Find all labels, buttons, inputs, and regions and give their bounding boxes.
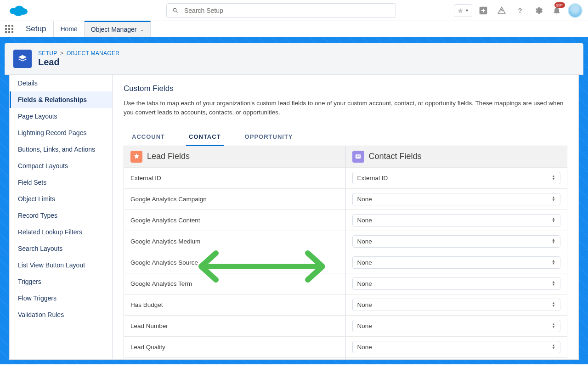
- global-search[interactable]: [166, 3, 396, 18]
- avatar[interactable]: [568, 3, 582, 18]
- contact-field-select[interactable]: External ID▲▼: [352, 172, 561, 184]
- sidebar-item[interactable]: Record Types: [10, 207, 112, 224]
- sidebar-item[interactable]: Triggers: [10, 273, 112, 290]
- mapping-row: Google Analytics TermNone▲▼: [124, 273, 567, 294]
- main-panel: Custom Fields Use the tabs to map each o…: [113, 75, 579, 360]
- sidebar-item[interactable]: Object Limits: [10, 191, 112, 207]
- contact-field-cell: None▲▼: [346, 337, 567, 357]
- help-button[interactable]: ?: [513, 3, 527, 18]
- chevron-down-icon: ▼: [465, 8, 469, 13]
- add-button[interactable]: [476, 3, 491, 18]
- plus-icon: [479, 6, 488, 15]
- svg-rect-8: [358, 156, 360, 156]
- trailhead-icon: [497, 6, 506, 15]
- contact-field-select[interactable]: None▲▼: [352, 320, 561, 332]
- salesforce-logo: [8, 4, 28, 17]
- notifications-button[interactable]: 20+: [549, 3, 564, 18]
- search-icon: [172, 7, 179, 14]
- breadcrumb-section[interactable]: OBJECT MANAGER: [67, 50, 119, 57]
- lead-field-name: Has Budget: [124, 294, 346, 315]
- waffle-icon: [5, 25, 13, 33]
- lead-field-name: Google Analytics Content: [124, 210, 346, 231]
- question-icon: ?: [515, 6, 525, 15]
- contact-field-cell: None▲▼: [346, 231, 567, 252]
- svg-text:?: ?: [518, 6, 522, 14]
- breadcrumb: SETUP > OBJECT MANAGER: [38, 50, 119, 57]
- mapping-tab[interactable]: OPPORTUNITY: [242, 129, 296, 146]
- contact-field-cell: None▲▼: [346, 294, 567, 315]
- nav-tab-home[interactable]: Home: [54, 21, 84, 37]
- breadcrumb-root[interactable]: SETUP: [38, 50, 57, 57]
- nav-tab-label: Home: [60, 25, 77, 33]
- lead-icon: [130, 151, 142, 163]
- contact-field-select[interactable]: None▲▼: [352, 235, 561, 248]
- sidebar-item[interactable]: Compact Layouts: [10, 158, 112, 174]
- sidebar-item[interactable]: Buttons, Links, and Actions: [10, 141, 112, 158]
- contact-field-select[interactable]: None▲▼: [352, 256, 561, 269]
- layers-icon: [17, 54, 28, 64]
- select-value: None: [357, 259, 372, 266]
- contact-icon: [352, 151, 364, 163]
- contact-field-select[interactable]: None▲▼: [352, 214, 561, 226]
- notification-badge: 20+: [554, 2, 565, 8]
- global-header: ▼ ? 20+: [0, 0, 588, 21]
- col-title: Contact Fields: [369, 152, 422, 161]
- select-value: External ID: [357, 175, 388, 181]
- mapping-row: Lead QualityNone▲▼: [124, 336, 567, 357]
- select-value: None: [357, 238, 372, 245]
- contact-field-cell: External ID▲▼: [346, 168, 567, 188]
- mapping-tab[interactable]: ACCOUNT: [129, 129, 168, 146]
- mapping-tab[interactable]: CONTACT: [186, 129, 224, 146]
- contact-fields-header: Contact Fields: [346, 146, 567, 167]
- sidebar-item[interactable]: Details: [10, 75, 112, 91]
- settings-button[interactable]: [531, 3, 546, 18]
- contact-field-cell: None▲▼: [346, 189, 567, 209]
- mapping-header: Lead Fields Contact Fields: [124, 146, 567, 167]
- favorites-button[interactable]: ▼: [454, 4, 472, 17]
- contact-field-select[interactable]: None▲▼: [352, 277, 561, 290]
- nav-tab-object-manager[interactable]: Object Manager ⌄: [85, 21, 151, 37]
- lead-field-name: Google Analytics Medium: [124, 231, 346, 252]
- sidebar-item[interactable]: List View Button Layout: [10, 257, 112, 273]
- mapping-row: Mass Assignment RuleNone▲▼: [124, 357, 567, 360]
- nav-tab-label: Object Manager: [91, 26, 137, 33]
- lead-field-name: Google Analytics Term: [124, 273, 346, 294]
- contact-field-cell: None▲▼: [346, 252, 567, 273]
- select-value: None: [357, 344, 372, 351]
- lead-field-name: Mass Assignment Rule: [124, 358, 346, 360]
- mapping-row: External IDExternal ID▲▼: [124, 167, 567, 188]
- svg-rect-9: [358, 157, 360, 157]
- select-caret-icon: ▲▼: [552, 217, 555, 223]
- app-launcher[interactable]: [0, 21, 18, 37]
- contact-field-cell: None▲▼: [346, 210, 567, 231]
- trailhead-button[interactable]: [494, 3, 509, 18]
- svg-point-7: [356, 156, 358, 157]
- sidebar-item[interactable]: Lightning Record Pages: [10, 125, 112, 141]
- object-icon: [13, 50, 32, 68]
- mapping-table: Lead Fields Contact Fields External IDEx…: [124, 146, 567, 360]
- page-header-band: SETUP > OBJECT MANAGER Lead DetailsField…: [0, 37, 588, 364]
- lead-fields-header: Lead Fields: [124, 146, 346, 167]
- svg-point-3: [14, 10, 23, 16]
- sidebar-item[interactable]: Flow Triggers: [10, 290, 112, 306]
- contact-field-select[interactable]: None▲▼: [352, 299, 561, 311]
- lead-field-name: Lead Number: [124, 316, 346, 336]
- sidebar-item[interactable]: Search Layouts: [10, 240, 112, 257]
- contact-field-select[interactable]: None▲▼: [352, 193, 561, 205]
- sidebar-item[interactable]: Fields & Relationships: [10, 91, 112, 108]
- mapping-row: Google Analytics ContentNone▲▼: [124, 209, 567, 231]
- contact-field-cell: None▲▼: [346, 316, 567, 336]
- sidebar-item[interactable]: Field Sets: [10, 174, 112, 191]
- lead-field-name: External ID: [124, 168, 346, 188]
- contact-field-select[interactable]: None▲▼: [352, 341, 561, 353]
- mapping-row: Google Analytics CampaignNone▲▼: [124, 188, 567, 209]
- lead-field-name: Lead Quality: [124, 337, 346, 357]
- global-search-input[interactable]: [184, 7, 390, 14]
- sidebar-item[interactable]: Page Layouts: [10, 108, 112, 125]
- sidebar-item[interactable]: Related Lookup Filters: [10, 224, 112, 240]
- app-name: Setup: [18, 21, 54, 37]
- sidebar-item[interactable]: Validation Rules: [10, 306, 112, 323]
- lead-field-name: Google Analytics Source: [124, 252, 346, 273]
- select-caret-icon: ▲▼: [552, 281, 555, 286]
- gear-icon: [534, 6, 543, 15]
